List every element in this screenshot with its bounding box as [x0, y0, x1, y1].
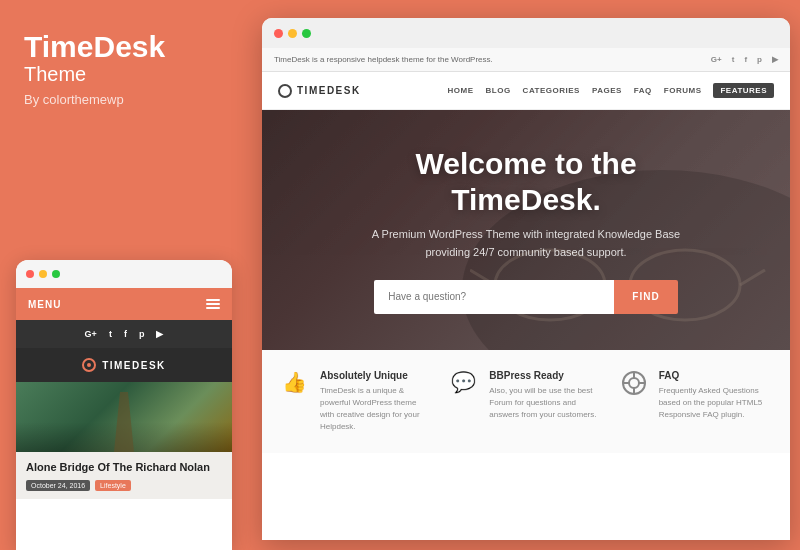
mobile-logo-bar: TIMEDESK: [16, 348, 232, 382]
mobile-post-category: Lifestyle: [95, 480, 131, 491]
mobile-social-bar: G+ t f p ▶: [16, 320, 232, 348]
nav-logo-text: TIMEDESK: [297, 85, 361, 96]
left-panel: TimeDesk Theme By colorthemewp MENU G+ t…: [0, 0, 248, 550]
nav-link-home[interactable]: HOME: [448, 86, 474, 95]
mobile-facebook-icon[interactable]: f: [124, 329, 127, 339]
mobile-logo-circle: [82, 358, 96, 372]
desktop-twitter-icon[interactable]: t: [732, 55, 735, 64]
desktop-url-text: TimeDesk is a responsive helpdesk theme …: [274, 55, 493, 64]
chat-icon: 💬: [451, 370, 479, 398]
hamburger-icon[interactable]: [206, 299, 220, 309]
desktop-mockup: TimeDesk is a responsive helpdesk theme …: [262, 18, 790, 540]
mobile-menu-bar: MENU: [16, 288, 232, 320]
feature-faq-title: FAQ: [659, 370, 770, 381]
feature-item-bbpress: 💬 BBPress Ready Also, you will be use th…: [451, 370, 600, 433]
mobile-mockup: MENU G+ t f p ▶ TIMEDESK Alone Bridge Of: [16, 260, 232, 550]
feature-faq-content: FAQ Frequently Asked Questions based on …: [659, 370, 770, 421]
mobile-dot-red: [26, 270, 34, 278]
feature-bbpress-text: Also, you will be use the best Forum for…: [489, 385, 600, 421]
nav-link-pages[interactable]: PAGES: [592, 86, 622, 95]
mobile-logo-text: TIMEDESK: [102, 360, 166, 371]
desktop-dot-green: [302, 29, 311, 38]
features-section: 👍 Absolutely Unique TimeDesk is a unique…: [262, 350, 790, 453]
feature-unique-content: Absolutely Unique TimeDesk is a unique &…: [320, 370, 431, 433]
faq-circle-icon: [621, 370, 647, 396]
feature-bbpress-title: BBPress Ready: [489, 370, 600, 381]
mobile-post-date: October 24, 2016: [26, 480, 90, 491]
hero-subtitle: A Premium WordPress Theme with integrate…: [356, 226, 696, 261]
mobile-twitter-icon[interactable]: t: [109, 329, 112, 339]
faq-icon: [621, 370, 649, 398]
desktop-dot-yellow: [288, 29, 297, 38]
brand-name: TimeDesk Theme: [24, 30, 224, 86]
mobile-dot-green: [52, 270, 60, 278]
mobile-post-info: Alone Bridge Of The Richard Nolan Octobe…: [16, 452, 232, 499]
hero-search-button[interactable]: FIND: [614, 280, 677, 314]
mobile-gplus-icon[interactable]: G+: [85, 329, 97, 339]
svg-line-4: [740, 270, 765, 285]
mobile-dot-yellow: [39, 270, 47, 278]
nav-links: HOME BLOG CATEGORIES PAGES FAQ FORUMS FE…: [448, 83, 775, 98]
nav-link-forums[interactable]: FORUMS: [664, 86, 702, 95]
desktop-url-bar: TimeDesk is a responsive helpdesk theme …: [262, 48, 790, 72]
feature-unique-title: Absolutely Unique: [320, 370, 431, 381]
hero-search: FIND: [374, 280, 677, 314]
feature-item-faq: FAQ Frequently Asked Questions based on …: [621, 370, 770, 433]
hero-title: Welcome to the TimeDesk.: [415, 146, 636, 218]
desktop-youtube-icon[interactable]: ▶: [772, 55, 778, 64]
desktop-social-right: G+ t f p ▶: [711, 55, 778, 64]
feature-unique-text: TimeDesk is a unique & powerful WordPres…: [320, 385, 431, 433]
mobile-logo-dot: [87, 363, 91, 367]
nav-link-categories[interactable]: CATEGORIES: [523, 86, 580, 95]
feature-bbpress-content: BBPress Ready Also, you will be use the …: [489, 370, 600, 421]
thumbs-up-icon: 👍: [282, 370, 310, 398]
brand-by: By colorthemewp: [24, 92, 224, 107]
desktop-nav: TIMEDESK HOME BLOG CATEGORIES PAGES FAQ …: [262, 72, 790, 110]
desktop-facebook-icon[interactable]: f: [744, 55, 747, 64]
mobile-top-bar: [16, 260, 232, 288]
hero-section: Welcome to the TimeDesk. A Premium WordP…: [262, 110, 790, 350]
mobile-menu-label: MENU: [28, 299, 61, 310]
brand-title-light: Theme: [24, 63, 224, 86]
road-path: [114, 392, 134, 452]
hero-title-line1: Welcome to the: [415, 147, 636, 180]
mobile-pinterest-icon[interactable]: p: [139, 329, 145, 339]
desktop-dot-red: [274, 29, 283, 38]
nav-link-blog[interactable]: BLOG: [486, 86, 511, 95]
nav-link-faq[interactable]: FAQ: [634, 86, 652, 95]
desktop-top-bar: [262, 18, 790, 48]
mobile-post-title: Alone Bridge Of The Richard Nolan: [26, 460, 222, 475]
hero-search-input[interactable]: [374, 280, 614, 314]
desktop-pinterest-icon[interactable]: p: [757, 55, 762, 64]
brand-title-bold: TimeDesk: [24, 30, 224, 63]
feature-faq-text: Frequently Asked Questions based on the …: [659, 385, 770, 421]
nav-logo: TIMEDESK: [278, 84, 361, 98]
nav-link-features[interactable]: FEATURES: [713, 83, 774, 98]
svg-point-6: [629, 378, 639, 388]
mobile-post-meta: October 24, 2016 Lifestyle: [26, 480, 222, 491]
hero-title-line2: TimeDesk.: [451, 183, 601, 216]
mobile-youtube-icon[interactable]: ▶: [156, 329, 163, 339]
desktop-gplus-icon[interactable]: G+: [711, 55, 722, 64]
nav-logo-circle: [278, 84, 292, 98]
mobile-blog-image: [16, 382, 232, 452]
feature-item-unique: 👍 Absolutely Unique TimeDesk is a unique…: [282, 370, 431, 433]
